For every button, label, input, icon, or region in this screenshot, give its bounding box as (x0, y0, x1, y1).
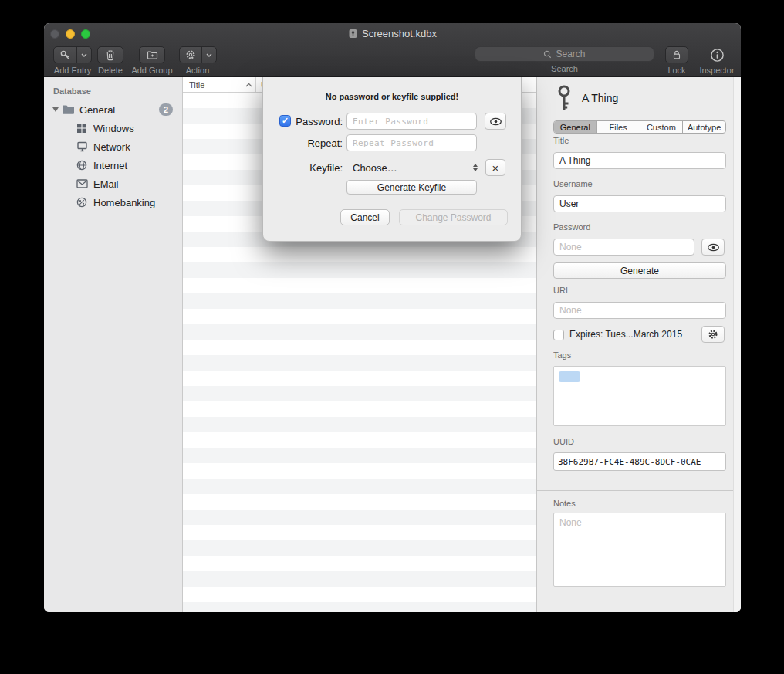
search-input[interactable]: Search (475, 46, 654, 62)
title-field[interactable] (553, 152, 726, 169)
title-label: Title (553, 136, 569, 145)
folder-icon (61, 103, 75, 117)
window-chrome: Screenshot.kdbx Add Entry Delete (44, 23, 741, 77)
toolbar-item-search: Search Search (475, 46, 654, 73)
tag-chip[interactable] (559, 371, 580, 382)
uuid-field[interactable] (553, 452, 726, 471)
inspector-scrollbar[interactable] (733, 77, 741, 612)
globe-icon (75, 158, 89, 172)
tags-field[interactable] (553, 366, 726, 426)
inspector-label: Inspector (699, 66, 734, 75)
dialog-password-input[interactable] (346, 113, 477, 130)
tab-general[interactable]: General (554, 121, 596, 133)
change-password-dialog: No password or keyfile supplied! ✓ Passw… (262, 77, 522, 242)
lock-icon (671, 49, 682, 60)
titlebar: Screenshot.kdbx (44, 28, 741, 39)
toolbar-item-add-group: Add Group (129, 46, 175, 75)
sidebar-item-label: Internet (93, 160, 127, 171)
sidebar-item-label: EMail (93, 178, 119, 190)
info-icon (710, 48, 725, 63)
sidebar-item-label: Homebanking (93, 197, 155, 208)
gear-icon (180, 47, 201, 63)
entry-title: A Thing (582, 92, 618, 104)
generate-keyfile-button[interactable]: Generate Keyfile (346, 180, 477, 195)
sidebar-item-homebanking[interactable]: Homebanking (44, 193, 182, 212)
sidebar-item-internet[interactable]: Internet (44, 156, 182, 174)
sidebar-item-network[interactable]: Network (44, 137, 182, 156)
clear-keyfile-button[interactable]: × (485, 159, 505, 176)
add-entry-label: Add Entry (54, 66, 91, 75)
dialog-repeat-input[interactable] (346, 134, 477, 151)
reveal-password-button[interactable] (485, 113, 506, 130)
network-icon (75, 140, 89, 154)
tab-autotype[interactable]: Autotype (682, 121, 725, 133)
toolbar-item-inspector: Inspector (696, 46, 738, 75)
stepper-icon (473, 164, 478, 171)
sidebar: Database General 2 Windows Network (44, 77, 183, 612)
tags-label: Tags (553, 351, 571, 360)
url-label: URL (553, 286, 570, 295)
username-field[interactable] (553, 195, 726, 212)
sidebar-item-general[interactable]: General 2 (44, 100, 182, 119)
url-field[interactable] (553, 302, 726, 319)
sidebar-section-header: Database (44, 83, 182, 100)
keyfile-popup[interactable]: Choose… (346, 159, 481, 176)
notes-field[interactable] (553, 513, 726, 587)
expires-settings-button[interactable] (701, 326, 725, 343)
inspector-button[interactable] (708, 46, 726, 63)
sidebar-item-label: Windows (93, 123, 134, 134)
search-label: Search (551, 64, 578, 73)
inspector-tabs: General Files Custom Autotype (553, 120, 726, 134)
change-password-button[interactable]: Change Password (399, 209, 508, 225)
dialog-message: No password or keyfile supplied! (263, 92, 521, 101)
chevron-down-icon[interactable] (76, 47, 91, 63)
cancel-button[interactable]: Cancel (340, 209, 390, 225)
column-header-title[interactable]: Title (183, 77, 256, 92)
check-icon: ✓ (282, 116, 289, 125)
sidebar-item-email[interactable]: EMail (44, 174, 182, 193)
sort-ascending-icon (245, 83, 252, 87)
email-icon (75, 177, 89, 191)
inspector-panel: A Thing General Files Custom Autotype Ti… (536, 77, 741, 612)
expires-label: Expires: Tues...March 2015 (569, 329, 682, 340)
eye-icon (707, 243, 720, 252)
window-title: Screenshot.kdbx (362, 28, 437, 39)
toolbar-item-action: Action (180, 46, 215, 75)
action-button[interactable] (179, 46, 217, 63)
keyfile-popup-value: Choose… (353, 162, 397, 174)
lock-label: Lock (667, 66, 685, 75)
close-x-icon: × (492, 161, 499, 174)
add-group-button[interactable] (139, 46, 165, 63)
windows-icon (75, 121, 89, 135)
toolbar-item-add-entry: Add Entry (49, 46, 96, 75)
entry-count-badge: 2 (159, 103, 173, 116)
generate-password-button[interactable]: Generate (553, 262, 726, 279)
tab-custom[interactable]: Custom (640, 121, 683, 133)
entry-key-icon (556, 84, 573, 115)
homebanking-icon (75, 195, 89, 209)
notes-label: Notes (553, 499, 576, 508)
add-group-label: Add Group (131, 66, 172, 75)
sidebar-item-label: General (79, 104, 115, 116)
reveal-password-button[interactable] (701, 239, 725, 256)
lock-button[interactable] (665, 46, 688, 63)
password-field[interactable] (553, 239, 694, 256)
disclosure-triangle-icon[interactable] (50, 107, 61, 112)
sidebar-item-windows[interactable]: Windows (44, 119, 182, 137)
chevron-down-icon[interactable] (201, 47, 216, 63)
delete-button[interactable] (97, 46, 123, 63)
tab-files[interactable]: Files (596, 121, 640, 133)
document-icon (348, 29, 358, 39)
password-checkbox[interactable]: ✓ (279, 115, 291, 127)
uuid-label: UUID (553, 437, 574, 446)
toolbar-item-delete: Delete (93, 46, 127, 75)
dialog-password-label: Password: (294, 116, 343, 127)
expires-checkbox[interactable] (553, 330, 564, 340)
username-label: Username (553, 179, 593, 188)
add-entry-button[interactable] (53, 46, 92, 63)
column-title-label: Title (189, 80, 204, 90)
dialog-keyfile-label: Keyfile: (294, 162, 343, 174)
delete-label: Delete (98, 66, 123, 75)
dialog-repeat-label: Repeat: (294, 137, 343, 149)
sidebar-item-label: Network (93, 141, 130, 153)
